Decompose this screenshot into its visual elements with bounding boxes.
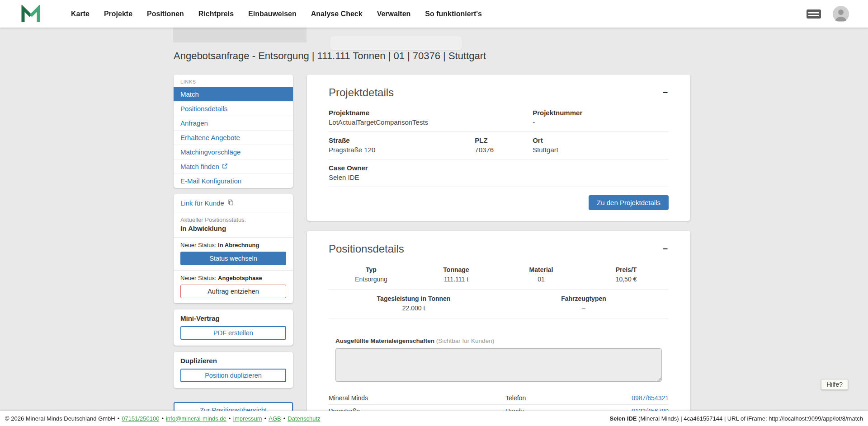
next-status-section-1: Neuer Status: In Abrechnung Status wechs… xyxy=(174,237,293,270)
mini-contract-card: Mini-Vertrag PDF erstellen xyxy=(174,309,293,346)
main-column: Projektdetails − Projektname LotActualTa… xyxy=(307,75,690,426)
next-status-section-2: Neuer Status: Angebotsphase Auftrag entz… xyxy=(174,270,293,303)
contact-row: Mineral Minds Telefon 0987/654321 xyxy=(329,392,669,405)
copy-icon xyxy=(227,199,234,207)
field-fahrzeugtypen: Fahrzeugtypen – xyxy=(499,295,669,312)
project-details-title: Projektdetails xyxy=(329,86,394,99)
next-status-text: Neuer Status: In Abrechnung xyxy=(180,242,286,248)
loading-skeleton xyxy=(173,28,307,42)
sidebar-item-matchingvorschlaege[interactable]: Matchingvorschläge xyxy=(174,145,293,159)
main-navigation: Karte Projekte Positionen Richtpreis Ein… xyxy=(65,6,488,22)
current-status-value: In Abwicklung xyxy=(180,225,286,232)
sidebar-item-match-finden[interactable]: Match finden xyxy=(174,159,293,173)
top-navbar: Karte Projekte Positionen Richtpreis Ein… xyxy=(0,0,868,28)
footer-impressum-link[interactable]: Impressum xyxy=(233,415,262,422)
collapse-icon[interactable]: − xyxy=(662,86,669,98)
nav-item-so-funktionierts[interactable]: So funktioniert's xyxy=(419,6,488,22)
position-row-1: Typ Entsorgung Tonnage 111.111 t Materia… xyxy=(329,261,669,290)
nav-item-verwalten[interactable]: Verwalten xyxy=(371,6,417,22)
nav-item-projekte[interactable]: Projekte xyxy=(98,6,138,22)
telefon-link[interactable]: 0987/654321 xyxy=(632,394,669,402)
field-typ: Typ Entsorgung xyxy=(329,266,414,283)
sidebar-item-email-konfiguration[interactable]: E-Mail Konfiguration xyxy=(174,173,293,188)
footer-datenschutz-link[interactable]: Datenschutz xyxy=(288,415,320,422)
separator: • xyxy=(118,415,120,422)
customer-link-label: Link für Kunde xyxy=(180,199,224,207)
project-row-3: Case Owner Selen IDE xyxy=(329,159,669,187)
create-pdf-button[interactable]: PDF erstellen xyxy=(180,326,286,340)
help-button[interactable]: Hilfe? xyxy=(821,379,848,390)
footer: © 2026 Mineral Minds Deutschland GmbH • … xyxy=(0,411,868,426)
customer-link[interactable]: Link für Kunde xyxy=(174,194,293,212)
position-details-card: Positionsdetails − Typ Entsorgung Tonnag… xyxy=(307,231,690,426)
telefon-label: Telefon xyxy=(505,394,632,402)
footer-session-info: Selen IDE (Mineral Minds) | 4ca461557144… xyxy=(609,415,863,422)
copyright-text: © 2026 Mineral Minds Deutschland GmbH xyxy=(5,415,115,422)
collapse-icon[interactable]: − xyxy=(662,243,669,255)
nav-item-karte[interactable]: Karte xyxy=(65,6,95,22)
field-projektname: Projektname LotActualTargetComparisonTes… xyxy=(329,109,533,126)
withdraw-order-button[interactable]: Auftrag entziehen xyxy=(180,285,286,298)
links-nav-card: LINKS Match Positionsdetails Anfragen Er… xyxy=(174,75,293,188)
page-title: Angebotsanfrage - Entsorgung | 111.111 T… xyxy=(174,50,486,62)
field-projektnummer: Projektnummer - xyxy=(533,109,669,126)
links-header: LINKS xyxy=(174,75,293,87)
current-status-label: Aktueller Positionsstatus: xyxy=(180,216,286,223)
project-row-2: Straße Pragstraße 120 PLZ 70376 Ort Stut… xyxy=(329,132,669,159)
footer-agb-link[interactable]: AGB xyxy=(269,415,281,422)
nav-item-einbauweisen[interactable]: Einbauweisen xyxy=(242,6,302,22)
project-row-1: Projektname LotActualTargetComparisonTes… xyxy=(329,104,669,132)
external-link-icon xyxy=(222,163,228,170)
footer-phone-link[interactable]: 07151/250100 xyxy=(122,415,159,422)
server-icon[interactable] xyxy=(807,9,821,19)
material-properties-textarea[interactable] xyxy=(335,348,662,382)
position-details-title: Positionsdetails xyxy=(329,243,404,255)
field-preis: Preis/T 10,50 € xyxy=(584,266,669,283)
left-sidebar: LINKS Match Positionsdetails Anfragen Er… xyxy=(174,75,293,426)
status-card: Link für Kunde Aktueller Positionsstatus… xyxy=(174,194,293,303)
mineral-minds-logo-icon[interactable] xyxy=(21,5,42,23)
separator: • xyxy=(229,415,231,422)
current-status-section: Aktueller Positionsstatus: In Abwicklung xyxy=(174,212,293,237)
contact-company: Mineral Minds xyxy=(329,394,505,402)
field-ort: Ort Stuttgart xyxy=(533,136,669,154)
duplicate-position-button[interactable]: Position duplizieren xyxy=(180,369,286,382)
page-content: Angebotsanfrage - Entsorgung | 111.111 T… xyxy=(0,28,868,426)
sidebar-item-label: Match finden xyxy=(180,163,219,170)
sidebar-item-match[interactable]: Match xyxy=(174,87,293,101)
field-material: Material 01 xyxy=(499,266,584,283)
sidebar-item-anfragen[interactable]: Anfragen xyxy=(174,116,293,130)
sidebar-item-positionsdetails[interactable]: Positionsdetails xyxy=(174,101,293,116)
material-properties-label: Ausgefüllte Materialeigenschaften (Sicht… xyxy=(335,337,662,344)
nav-item-analyse-check[interactable]: Analyse Check xyxy=(305,6,368,22)
nav-item-richtpreis[interactable]: Richtpreis xyxy=(193,6,240,22)
footer-email-link[interactable]: info@mineral-minds.de xyxy=(166,415,226,422)
mini-contract-title: Mini-Vertrag xyxy=(180,314,286,322)
duplicate-card: Duplizieren Position duplizieren xyxy=(174,352,293,388)
user-avatar-icon[interactable] xyxy=(833,6,849,22)
separator: • xyxy=(264,415,267,422)
field-plz: PLZ 70376 xyxy=(475,136,533,154)
loading-skeleton xyxy=(330,36,462,50)
field-strasse: Straße Pragstraße 120 xyxy=(329,136,475,154)
to-project-details-button[interactable]: Zu den Projektdetails xyxy=(589,195,669,210)
separator: • xyxy=(283,415,286,422)
sidebar-item-erhaltene-angebote[interactable]: Erhaltene Angebote xyxy=(174,130,293,145)
position-row-2: Tagesleistung in Tonnen 22.000 t Fahrzeu… xyxy=(329,290,669,318)
project-details-card: Projektdetails − Projektname LotActualTa… xyxy=(307,75,690,221)
next-status-text: Neuer Status: Angebotsphase xyxy=(180,275,286,281)
field-case-owner: Case Owner Selen IDE xyxy=(329,164,669,181)
duplicate-title: Duplizieren xyxy=(180,357,286,365)
field-tagesleistung: Tagesleistung in Tonnen 22.000 t xyxy=(329,295,499,312)
field-tonnage: Tonnage 111.111 t xyxy=(414,266,499,283)
separator: • xyxy=(161,415,164,422)
nav-item-positionen[interactable]: Positionen xyxy=(141,6,190,22)
change-status-button[interactable]: Status wechseln xyxy=(180,252,286,265)
